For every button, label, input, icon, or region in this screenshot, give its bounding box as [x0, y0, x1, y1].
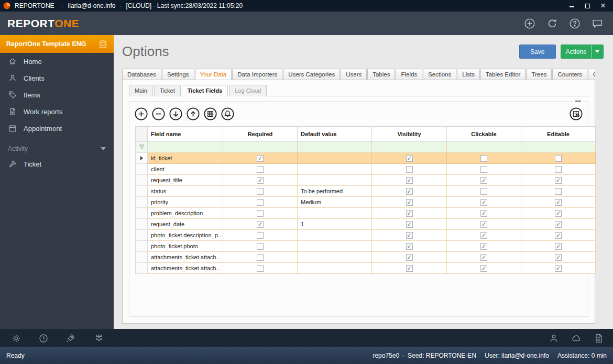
tab-fields[interactable]: Fields [396, 69, 422, 80]
checkbox-clickable[interactable] [480, 265, 487, 272]
alerts-button[interactable] [221, 107, 235, 121]
tab-your-data[interactable]: Your Data [195, 69, 232, 80]
row-indicator[interactable] [136, 252, 148, 263]
sidebar-item-appointment[interactable]: Appointment [0, 120, 114, 137]
checkbox-editable[interactable] [555, 254, 562, 261]
filter-cell[interactable] [521, 142, 596, 153]
subtab-log-cloud[interactable]: Log Cloud [229, 85, 267, 96]
cell-default[interactable] [298, 230, 372, 241]
subtab-ticket-fields[interactable]: Ticket Fields [182, 85, 228, 96]
checkbox-visibility[interactable] [406, 199, 413, 206]
sidebar-item-clients[interactable]: Clients [0, 70, 114, 86]
checkbox-required[interactable] [257, 243, 264, 250]
checkbox-visibility[interactable] [406, 243, 413, 250]
row-indicator[interactable] [136, 208, 148, 219]
sidebar-item-work-reports[interactable]: Work reports [0, 103, 114, 120]
checkbox-required[interactable] [257, 177, 264, 184]
row-indicator[interactable] [136, 230, 148, 241]
checkbox-required[interactable] [257, 265, 264, 272]
tab-data-importers[interactable]: Data Importers [232, 69, 282, 80]
checkbox-visibility[interactable] [406, 254, 413, 261]
row-indicator[interactable] [136, 219, 148, 230]
refresh-button[interactable] [546, 17, 559, 30]
checkbox-visibility[interactable] [406, 221, 413, 228]
tab-users[interactable]: Users [341, 69, 367, 80]
cell-field[interactable]: id_ticket [148, 153, 223, 164]
tab-tables-editor[interactable]: Tables Editor [480, 69, 526, 80]
column-header-clickable[interactable]: Clickable [447, 127, 521, 142]
checkbox-required[interactable] [257, 210, 264, 217]
checkbox-editable[interactable] [555, 155, 562, 162]
row-indicator[interactable] [136, 197, 148, 208]
user-button[interactable] [548, 333, 560, 344]
checkbox-required[interactable] [257, 188, 264, 195]
checkbox-clickable[interactable] [480, 199, 487, 206]
checkbox-clickable[interactable] [480, 232, 487, 239]
close-button[interactable]: × [599, 2, 607, 9]
subtab-main[interactable]: Main [129, 85, 153, 96]
cell-default[interactable] [298, 175, 372, 186]
actions-dropdown[interactable] [591, 45, 603, 58]
grid-view-button[interactable] [203, 107, 217, 121]
checkbox-editable[interactable] [555, 221, 562, 228]
collapse-group-button[interactable] [573, 98, 583, 104]
checkbox-visibility[interactable] [406, 265, 413, 272]
row-indicator[interactable] [136, 164, 148, 175]
move-down-button[interactable] [169, 107, 183, 121]
cell-default[interactable] [298, 164, 372, 175]
sidebar-item-ticket[interactable]: Ticket [0, 156, 114, 172]
add-button[interactable] [523, 17, 536, 30]
checkbox-required[interactable] [257, 232, 264, 239]
cloud-button[interactable] [571, 333, 582, 344]
column-header-default-value[interactable]: Default value [298, 127, 372, 142]
cell-field[interactable]: photo_ticket.description_p... [148, 230, 223, 241]
row-indicator[interactable] [136, 186, 148, 197]
save-button[interactable]: Save [519, 45, 556, 59]
remove-button[interactable] [151, 107, 166, 121]
document-button[interactable] [593, 333, 605, 344]
checkbox-editable[interactable] [555, 199, 562, 206]
row-indicator[interactable] [136, 175, 148, 186]
checkbox-editable[interactable] [555, 166, 562, 173]
checkbox-editable[interactable] [555, 210, 562, 217]
tab-counters[interactable]: Counters [552, 69, 587, 80]
actions-button[interactable]: Actions [561, 45, 604, 59]
cell-field[interactable]: request_title [148, 175, 223, 186]
checkbox-clickable[interactable] [480, 254, 487, 261]
column-header-required[interactable]: Required [223, 127, 298, 142]
checkbox-clickable[interactable] [480, 166, 487, 173]
cell-field[interactable]: attachments_ticket.attach... [148, 263, 223, 274]
add-button[interactable] [134, 107, 148, 121]
filter-row-indicator[interactable] [136, 142, 148, 153]
tab-users-categories[interactable]: Users Categories [283, 69, 340, 80]
filter-cell[interactable] [447, 142, 521, 153]
tab-trees[interactable]: Trees [526, 69, 552, 80]
plugins-button[interactable] [92, 333, 104, 344]
tab-lists[interactable]: Lists [457, 69, 480, 80]
grid-customize-button[interactable] [569, 107, 583, 121]
cell-default[interactable] [298, 153, 372, 164]
sidebar-item-home[interactable]: Home [0, 53, 114, 70]
cell-field[interactable]: attachments_ticket.attach... [148, 252, 223, 263]
checkbox-visibility[interactable] [406, 188, 413, 195]
help-button[interactable] [568, 17, 581, 30]
checkbox-clickable[interactable] [480, 210, 487, 217]
column-header-field-name[interactable]: Field name [148, 127, 223, 142]
history-button[interactable] [38, 333, 49, 344]
cell-field[interactable]: status [148, 186, 223, 197]
tab-tables[interactable]: Tables [367, 69, 395, 80]
checkbox-required[interactable] [257, 166, 264, 173]
checkbox-required[interactable] [257, 155, 264, 162]
checkbox-editable[interactable] [555, 265, 562, 272]
checkbox-clickable[interactable] [480, 177, 487, 184]
minimize-button[interactable] [568, 2, 575, 9]
checkbox-visibility[interactable] [406, 155, 413, 162]
cell-default[interactable]: 1 [298, 219, 372, 230]
chat-button[interactable] [591, 17, 604, 30]
checkbox-visibility[interactable] [406, 232, 413, 239]
checkbox-editable[interactable] [555, 243, 562, 250]
cell-default[interactable]: To be performed [298, 186, 372, 197]
tab-settings[interactable]: Settings [162, 69, 194, 80]
sidebar-item-items[interactable]: Items [0, 86, 114, 103]
template-selector[interactable]: ReportOne Template ENG [0, 35, 114, 53]
